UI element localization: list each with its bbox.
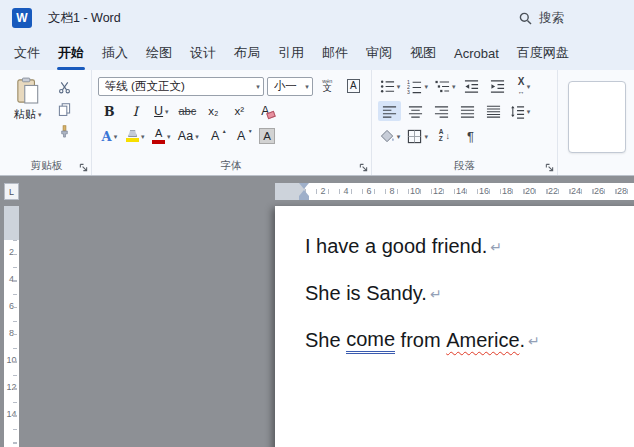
tab-stop-selector[interactable] [4, 183, 19, 200]
change-case-button[interactable]: Aa ▾ [176, 126, 201, 146]
decrease-indent-button[interactable] [460, 76, 483, 96]
copy-icon [58, 103, 71, 116]
tab-布局[interactable]: 布局 [225, 36, 269, 70]
text-line[interactable]: She come from Americe.↵ [305, 317, 634, 364]
search-box[interactable]: 搜索 [519, 10, 564, 27]
bullets-button[interactable]: ▾ [378, 76, 403, 96]
word-logo-letter: W [16, 11, 27, 25]
ribbon: 粘贴 ▾ [0, 70, 634, 176]
borders-icon [407, 129, 422, 144]
tab-Acrobat[interactable]: Acrobat [445, 36, 508, 70]
align-right-button[interactable] [430, 101, 453, 121]
vertical-ruler[interactable]: 2468101214 [4, 206, 19, 447]
distribute-button[interactable] [482, 101, 505, 121]
tab-设计[interactable]: 设计 [181, 36, 225, 70]
horizontal-ruler[interactable]: 246810121416182022242628 [275, 183, 634, 200]
asian-layout-button[interactable]: X ↔ ▾ [512, 76, 535, 96]
text-line[interactable]: She is Sandy.↵ [305, 270, 634, 317]
increase-indent-button[interactable] [486, 76, 509, 96]
highlight-color-button[interactable]: ▾ [124, 126, 147, 146]
format-painter-button[interactable] [54, 123, 76, 140]
word-logo-icon[interactable]: W [12, 8, 32, 28]
strikethrough-button[interactable]: abc [176, 101, 199, 121]
first-line-indent-marker[interactable] [299, 183, 309, 189]
chevron-down-icon: ▾ [424, 83, 428, 90]
character-shading-button[interactable]: A [256, 126, 279, 146]
titlebar: W 文档1 - Word 搜索 [0, 0, 634, 36]
h-ruler-number: 2 [320, 186, 325, 196]
text-run: . [520, 329, 526, 352]
numbering-button[interactable]: 1 2 3 ▾ [405, 76, 430, 96]
v-ruler-number: 6 [4, 301, 19, 311]
character-border-icon: A [347, 79, 360, 93]
clear-formatting-button[interactable]: A [254, 101, 277, 121]
tab-文件[interactable]: 文件 [5, 36, 49, 70]
chevron-down-icon: ▾ [256, 83, 260, 90]
distribute-icon [486, 104, 501, 119]
shading-button[interactable]: ▾ [378, 126, 403, 146]
tab-引用[interactable]: 引用 [269, 36, 313, 70]
text-line[interactable]: I have a good friend.↵ [305, 223, 634, 270]
line-spacing-button[interactable]: ▾ [508, 101, 533, 121]
spelling-marked-text: Americe [446, 329, 519, 352]
copy-button[interactable] [54, 101, 76, 118]
text-effects-button[interactable]: A ▾ [98, 126, 121, 146]
paste-clipboard-icon [16, 77, 40, 105]
document-page[interactable]: I have a good friend.↵She is Sandy.↵She … [275, 206, 634, 447]
decrease-indent-icon [464, 79, 479, 94]
font-color-button[interactable]: A ▾ [150, 126, 173, 146]
style-gallery-item[interactable] [568, 81, 626, 153]
tab-视图[interactable]: 视图 [401, 36, 445, 70]
tab-邮件[interactable]: 邮件 [313, 36, 357, 70]
sort-button[interactable]: A Z ↓ [433, 126, 456, 146]
subscript-button[interactable]: x₂ [202, 101, 225, 121]
scissors-icon [58, 81, 71, 94]
justify-button[interactable] [456, 101, 479, 121]
cut-button[interactable] [54, 79, 76, 96]
phonetic-guide-button[interactable]: wén 文 [316, 76, 339, 96]
search-label: 搜索 [539, 10, 564, 27]
align-left-button[interactable] [378, 101, 401, 121]
tab-插入[interactable]: 插入 [93, 36, 137, 70]
h-ruler-number: 16 [479, 186, 489, 196]
align-left-icon [382, 104, 397, 119]
tab-百度网盘[interactable]: 百度网盘 [508, 36, 578, 70]
font-name-value: 等线 (西文正文) [105, 79, 185, 94]
multilevel-list-button[interactable]: ▾ [433, 76, 458, 96]
superscript-button[interactable]: x² [228, 101, 251, 121]
h-ruler-number: 6 [366, 186, 371, 196]
tab-开始[interactable]: 开始 [49, 36, 93, 70]
show-hide-marks-button[interactable]: ¶ [459, 126, 482, 146]
align-center-button[interactable] [404, 101, 427, 121]
v-ruler-number: 8 [4, 328, 19, 338]
left-indent-marker[interactable] [299, 196, 309, 200]
tab-审阅[interactable]: 审阅 [357, 36, 401, 70]
borders-button[interactable]: ▾ [405, 126, 430, 146]
font-group: 等线 (西文正文) ▾ 小一 ▾ wén 文 A B I [92, 70, 372, 175]
word-window: W 文档1 - Word 搜索 文件开始插入绘图设计布局引用邮件审阅视图Acro… [0, 0, 634, 447]
underline-button[interactable]: U ▾ [150, 101, 173, 121]
increase-indent-icon [490, 79, 505, 94]
shrink-font-button[interactable]: A [230, 126, 253, 146]
paragraph-row-1: ▾ 1 2 3 ▾ [378, 75, 551, 97]
tab-绘图[interactable]: 绘图 [137, 36, 181, 70]
paste-button[interactable]: 粘贴 ▾ [8, 75, 48, 124]
character-border-button[interactable]: A [342, 76, 365, 96]
paragraph-dialog-launcher[interactable] [545, 163, 554, 172]
font-name-combo[interactable]: 等线 (西文正文) ▾ [98, 77, 264, 96]
align-center-icon [408, 104, 423, 119]
chevron-down-icon: ▾ [195, 133, 199, 140]
chevron-down-icon: ▾ [167, 133, 171, 140]
chevron-down-icon: ▾ [165, 108, 169, 115]
grow-font-button[interactable]: A [204, 126, 227, 146]
document-text[interactable]: I have a good friend.↵She is Sandy.↵She … [275, 206, 634, 364]
h-ruler-number: 20 [525, 186, 535, 196]
font-dialog-launcher[interactable] [359, 163, 368, 172]
clipboard-dialog-launcher[interactable] [79, 163, 88, 172]
chevron-down-icon: ▾ [527, 108, 531, 115]
chevron-down-icon: ▾ [527, 83, 531, 90]
font-size-combo[interactable]: 小一 ▾ [267, 77, 313, 96]
italic-button[interactable]: I [124, 101, 147, 121]
bold-button[interactable]: B [98, 101, 121, 121]
arrow-down-icon: ↓ [445, 132, 450, 141]
